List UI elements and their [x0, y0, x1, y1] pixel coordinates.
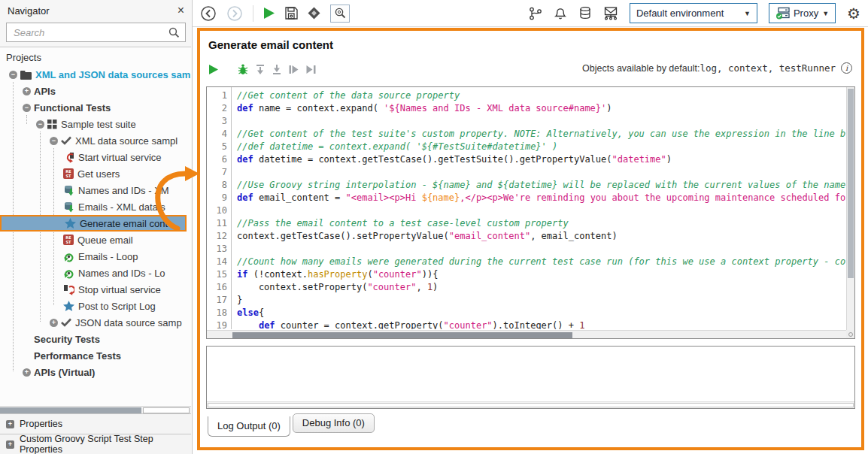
tree-item-label: Queue email	[77, 235, 133, 246]
tree-item-label: XML data source sampl	[75, 135, 178, 147]
scrollbar-end-box	[143, 407, 190, 413]
scrollbar-thumb[interactable]	[208, 403, 854, 407]
line-number: 16	[207, 281, 231, 294]
tree-item-emails-loop[interactable]: Emails - Loop	[0, 248, 187, 265]
navigator-title: Navigator	[8, 5, 50, 17]
tree-item-sample-test-suite[interactable]: −Sample test suite	[0, 116, 187, 132]
settings-gear-icon[interactable]: ⚙	[847, 6, 860, 21]
line-number: 12	[207, 230, 231, 243]
plus-expander-icon[interactable]: +	[6, 420, 14, 428]
properties-section[interactable]: + Properties	[0, 413, 191, 434]
projects-label: Projects	[0, 47, 191, 66]
run-icon[interactable]	[263, 7, 275, 20]
line-number: 18	[207, 307, 231, 319]
tree-item-names-and-ids-lo[interactable]: Names and IDs - Lo	[0, 265, 187, 281]
top-toolbar: Default environment ▼ Proxy ▼ ⚙	[193, 0, 868, 27]
line-number: 13	[207, 243, 231, 256]
tree-item-xml-data-source-sampl[interactable]: −XML data source sampl	[0, 132, 187, 149]
minus-expander-icon[interactable]: −	[23, 104, 31, 112]
custom-properties-section-label: Custom Groovy Script Test Step Propertie…	[20, 434, 191, 454]
line-number: 9	[207, 192, 231, 204]
minus-expander-icon[interactable]: −	[9, 71, 17, 79]
log-horizontal-scrollbar[interactable]	[207, 401, 854, 408]
code-line	[237, 166, 845, 179]
run-script-icon[interactable]	[208, 64, 219, 75]
tree-item-stop-virtual-service[interactable]: Stop virtual service	[0, 281, 187, 298]
resume-icon[interactable]	[288, 64, 299, 75]
log-output-panel[interactable]	[206, 346, 855, 409]
run-to-end-icon[interactable]	[305, 64, 317, 75]
editor-horizontal-scrollbar[interactable]	[207, 330, 846, 338]
tree-item-performance-tests[interactable]: Performance Tests	[0, 347, 187, 364]
line-number: 6	[207, 153, 231, 166]
environment-select[interactable]: Default environment ▼	[630, 3, 757, 23]
plus-expander-icon[interactable]: +	[6, 440, 14, 449]
tree-item-emails-xml-data-s[interactable]: Emails - XML data s	[0, 198, 187, 215]
forward-icon[interactable]	[226, 5, 243, 22]
line-number: 10	[207, 204, 231, 217]
code-line: else{	[237, 307, 845, 319]
tree-item-post-to-script-log[interactable]: Post to Script Log	[0, 298, 187, 314]
step-return-icon[interactable]	[272, 64, 282, 75]
resize-grip[interactable]	[846, 330, 854, 338]
functional-tests-icon[interactable]	[308, 7, 320, 20]
tree-item-functional-tests[interactable]: −Functional Tests	[0, 99, 187, 116]
notifications-bell-icon[interactable]	[554, 6, 567, 20]
tree-item-json-data-source-samp[interactable]: +JSON data source samp	[0, 314, 187, 331]
close-icon[interactable]: ×	[178, 5, 184, 17]
script-editor-panel: Generate email content Objects available…	[197, 28, 864, 450]
script-toolbar: Objects available by default: log, conte…	[208, 62, 855, 77]
search-box[interactable]	[6, 23, 186, 42]
tree-item-label: Performance Tests	[34, 350, 121, 362]
svg-text:ST: ST	[65, 174, 71, 178]
virtual-services-icon[interactable]	[603, 6, 618, 20]
tab-log-output[interactable]: Log Output (0)	[208, 416, 290, 437]
tree-item-get-users[interactable]: RESTGet users	[0, 165, 187, 182]
code-editor[interactable]: 12345678910111213141516171819 //Get cont…	[206, 86, 855, 339]
tree-item-label: Emails - Loop	[78, 251, 138, 262]
scrollbar-thumb[interactable]	[0, 407, 141, 413]
code-line: //Get content of the test suite's custom…	[237, 128, 845, 141]
debug-script-icon[interactable]	[237, 63, 249, 75]
editor-vertical-scrollbar[interactable]	[846, 87, 854, 330]
scrollbar-thumb[interactable]	[232, 332, 572, 338]
code-area[interactable]: //Get content of the data source propert…	[232, 89, 845, 329]
code-line	[237, 204, 845, 217]
step-into-icon[interactable]	[255, 64, 266, 75]
save-icon[interactable]	[285, 7, 298, 20]
scrollbar-thumb[interactable]	[848, 89, 854, 278]
inspect-tool-button[interactable]	[330, 5, 350, 23]
chevron-down-icon: ▼	[822, 10, 829, 17]
line-number: 14	[207, 256, 231, 268]
tree-item-queue-email[interactable]: RESTQueue email	[0, 232, 187, 248]
tree-item-label: Start virtual service	[78, 152, 162, 163]
tree-item-label: Emails - XML data s	[78, 201, 165, 213]
custom-properties-section[interactable]: + Custom Groovy Script Test Step Propert…	[0, 434, 191, 454]
minus-expander-icon[interactable]: −	[50, 137, 58, 145]
tree-item-names-and-ids-xm[interactable]: Names and IDs - XM	[0, 182, 187, 198]
tree-item-label: APIs	[34, 86, 56, 97]
plus-expander-icon[interactable]: +	[50, 319, 58, 327]
navigator-horizontal-scrollbar[interactable]	[0, 406, 191, 413]
database-icon[interactable]	[578, 6, 592, 20]
environment-value: Default environment	[636, 8, 724, 19]
plus-expander-icon[interactable]: +	[23, 87, 31, 95]
tree-item-generate-email-cont[interactable]: Generate email cont	[0, 215, 187, 232]
tree-item-xml-and-json-data-sources-sam[interactable]: −XML and JSON data sources sam	[0, 66, 187, 83]
tree-item-security-tests[interactable]: Security Tests	[0, 331, 187, 347]
proxy-button[interactable]: Proxy ▼	[769, 3, 836, 23]
tree-item-label: Names and IDs - Lo	[78, 268, 165, 279]
tree-item-start-virtual-service[interactable]: Start virtual service	[0, 149, 187, 165]
navigator-panel: Navigator × Projects −XML and JSON data …	[0, 0, 193, 454]
search-input[interactable]	[12, 26, 168, 39]
back-icon[interactable]	[200, 5, 217, 22]
tab-debug-info[interactable]: Debug Info (0)	[293, 413, 375, 433]
tree-item-apis[interactable]: +APIs	[0, 83, 187, 99]
plus-expander-icon[interactable]: +	[23, 368, 31, 377]
line-number: 17	[207, 294, 231, 307]
git-branch-icon[interactable]	[529, 7, 542, 20]
tree-item-apis-virtual[interactable]: +APIs (Virtual)	[0, 364, 187, 380]
start-virtual-service-icon	[63, 152, 74, 163]
minus-expander-icon[interactable]: −	[36, 120, 44, 129]
info-icon[interactable]: i	[841, 62, 852, 74]
